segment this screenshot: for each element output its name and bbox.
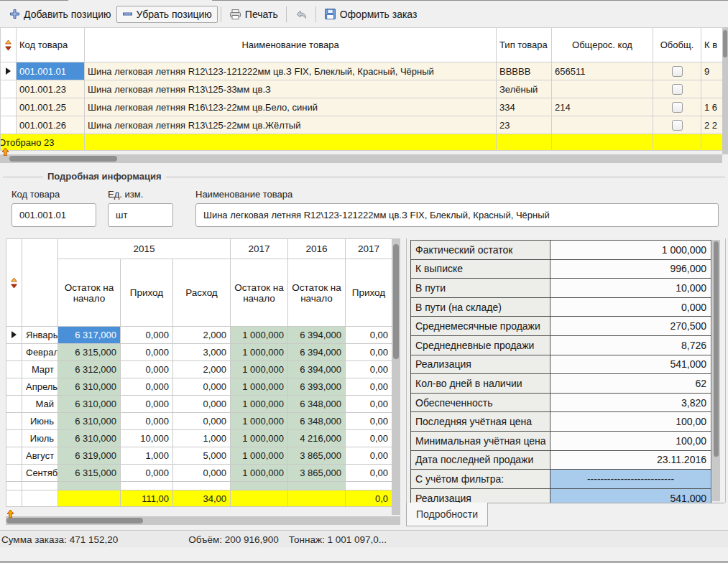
product-type-cell[interactable]: 334: [497, 98, 552, 116]
value-cell[interactable]: 6 394,000: [288, 327, 346, 344]
value-cell[interactable]: 1,000: [173, 430, 231, 447]
summary-value[interactable]: 1 000,000: [550, 241, 711, 260]
value-cell[interactable]: 0,00: [346, 465, 392, 482]
generalized-checkbox[interactable]: [672, 66, 683, 77]
product-code-cell[interactable]: 001.001.23: [17, 80, 85, 98]
value-cell[interactable]: 0,00: [346, 430, 392, 447]
month-row[interactable]: Январь 6 317,000 0,000 2,000 1 000,000 6…: [6, 327, 392, 344]
products-hscrollbar[interactable]: [0, 154, 722, 163]
value-cell[interactable]: 6 315,000: [58, 344, 121, 361]
value-cell[interactable]: 0,00: [346, 344, 392, 361]
product-type-cell[interactable]: Зелёный: [497, 80, 552, 98]
summary-row[interactable]: Фактический остаток 1 000,000: [411, 241, 711, 260]
value-cell[interactable]: 2,000: [173, 327, 231, 344]
value-cell[interactable]: 1 000,000: [231, 396, 288, 413]
summary-row[interactable]: Реализация 541,000: [411, 488, 711, 503]
summary-vscrollbar[interactable]: [712, 240, 720, 501]
value-cell[interactable]: 6 317,000: [58, 327, 121, 344]
value-cell[interactable]: 6 393,000: [288, 378, 346, 396]
product-name-field[interactable]: Шина легковая летняя R12\123-121222мм цв…: [195, 203, 719, 227]
national-code-cell[interactable]: [552, 116, 653, 134]
summary-row[interactable]: С учётом фильтра: ----------------------…: [411, 470, 711, 489]
summary-value[interactable]: 62: [550, 374, 711, 394]
month-row[interactable]: Сентябрь 6 315,000 0,000 0,000 1 000,000…: [6, 465, 392, 482]
row-selector-cell[interactable]: [6, 327, 22, 344]
months-hscrollbar[interactable]: [6, 516, 400, 525]
value-cell[interactable]: 1 000,000: [231, 344, 288, 361]
value-cell[interactable]: 6 319,000: [58, 447, 121, 465]
summary-row[interactable]: Дата последней продажи 23.11.2016: [411, 450, 711, 470]
value-cell[interactable]: 6 310,000: [58, 430, 121, 447]
product-code-cell[interactable]: 001.001.25: [17, 98, 85, 116]
value-cell[interactable]: 4 216,000: [288, 430, 346, 447]
national-code-cell[interactable]: 656511: [552, 62, 653, 80]
summary-value[interactable]: 100,00: [550, 412, 711, 432]
value-cell[interactable]: 0,000: [173, 396, 231, 413]
month-name-cell[interactable]: Август: [22, 447, 58, 465]
generalized-checkbox[interactable]: [672, 102, 683, 113]
value-cell[interactable]: 1 000,000: [231, 327, 288, 344]
value-cell[interactable]: 1 000,000: [231, 430, 288, 447]
summary-row[interactable]: Последняя учётная цена 100,00: [411, 412, 711, 432]
summary-row[interactable]: В пути (на складе) 0,000: [411, 297, 711, 317]
value-cell[interactable]: 0,000: [173, 378, 231, 396]
row-selector-cell[interactable]: [1, 116, 17, 134]
row-selector-cell[interactable]: [1, 98, 17, 116]
value-cell[interactable]: 6 310,000: [58, 378, 121, 396]
summary-value[interactable]: 541,000: [550, 355, 711, 374]
value-cell[interactable]: 1 000,000: [231, 413, 288, 430]
months-vscroll-thumb[interactable]: [393, 244, 399, 359]
value-cell[interactable]: 6 348,000: [288, 396, 346, 413]
value-cell[interactable]: 10,000: [121, 430, 173, 447]
month-name-cell[interactable]: Июнь: [22, 413, 58, 430]
header-opening-balance-2015[interactable]: Остаток на начало: [58, 259, 121, 327]
value-cell[interactable]: 1 000,000: [231, 378, 288, 396]
row-selector-cell[interactable]: [6, 361, 22, 378]
summary-value[interactable]: 100,00: [550, 431, 711, 450]
summary-value-filtered[interactable]: 541,000: [550, 488, 711, 503]
value-cell[interactable]: 3,000: [173, 344, 231, 361]
value-cell[interactable]: 2,000: [173, 361, 231, 378]
month-row[interactable]: Апрель 6 310,000 0,000 0,000 1 000,000 6…: [6, 378, 392, 396]
national-code-cell[interactable]: 214: [552, 98, 653, 116]
header-income-2017[interactable]: Приход: [346, 259, 392, 327]
place-order-button[interactable]: Оформить заказ: [319, 6, 423, 22]
value-cell[interactable]: 6 394,000: [288, 361, 346, 378]
year-header-2017b[interactable]: 2017: [346, 239, 392, 259]
month-name-cell[interactable]: Март: [22, 361, 58, 378]
remove-position-button[interactable]: Убрать позицию: [116, 6, 218, 23]
month-row[interactable]: Февраль 6 315,000 0,000 3,000 1 000,000 …: [6, 344, 392, 361]
row-selector-cell[interactable]: [6, 430, 22, 447]
month-row[interactable]: Август 6 319,000 1,000 5,000 1 000,000 3…: [6, 447, 392, 465]
value-cell[interactable]: 6 394,000: [288, 344, 346, 361]
kv-cell[interactable]: 2 2: [701, 116, 723, 134]
header-product-type[interactable]: Тип товара: [497, 28, 552, 62]
value-cell[interactable]: 1 000,000: [231, 447, 288, 465]
summary-value[interactable]: 10,000: [550, 279, 711, 298]
national-code-cell[interactable]: [552, 80, 653, 98]
header-opening-balance-2017[interactable]: Остаток на начало: [231, 259, 288, 327]
value-cell[interactable]: 6 315,000: [58, 465, 121, 482]
month-row[interactable]: Март 6 312,000 0,000 2,000 1 000,000 6 3…: [6, 361, 392, 378]
value-cell[interactable]: 0,00: [346, 447, 392, 465]
product-name-cell[interactable]: Шина легковая летняя R16\123-22мм цв.Бел…: [85, 98, 497, 116]
summary-value-filtered[interactable]: --------------------------: [550, 470, 711, 489]
months-sort-header[interactable]: [6, 239, 22, 327]
summary-row[interactable]: Среднемесячные продажи 270,500: [411, 317, 711, 336]
month-name-cell[interactable]: Февраль: [22, 344, 58, 361]
header-national-code[interactable]: Общерос. код: [552, 28, 653, 62]
value-cell[interactable]: 0,000: [173, 465, 231, 482]
month-column-header[interactable]: [22, 239, 58, 327]
month-name-cell[interactable]: Сентябрь: [22, 465, 58, 482]
summary-row[interactable]: В пути 10,000: [411, 279, 711, 298]
product-type-cell[interactable]: ВВВВВ: [497, 62, 552, 80]
value-cell[interactable]: 1 000,000: [231, 361, 288, 378]
generalized-checkbox[interactable]: [672, 120, 683, 131]
header-income-2015[interactable]: Приход: [121, 259, 173, 327]
add-position-button[interactable]: Добавить позицию: [4, 6, 116, 22]
value-cell[interactable]: 6 312,000: [58, 361, 121, 378]
product-code-cell[interactable]: 001.001.01: [17, 62, 85, 80]
value-cell[interactable]: 0,00: [346, 378, 392, 396]
generalized-checkbox[interactable]: [672, 84, 683, 95]
header-kv[interactable]: К в: [701, 28, 723, 62]
